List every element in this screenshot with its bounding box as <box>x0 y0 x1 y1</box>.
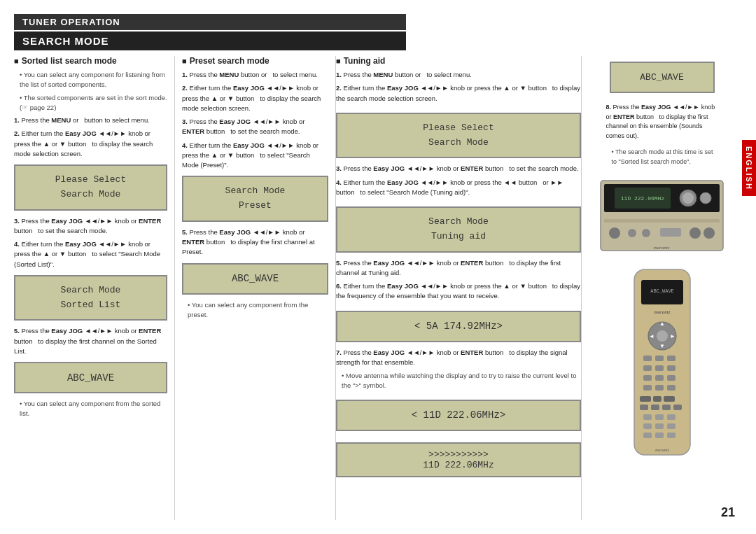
svg-rect-26 <box>655 356 664 361</box>
tuning-step-1: 1. Press the MENU button or to select me… <box>336 70 581 80</box>
svg-rect-35 <box>655 385 664 391</box>
svg-rect-52 <box>667 433 676 438</box>
sorted-list-section: Sorted list search mode You can select a… <box>14 56 175 520</box>
search-mode-header: SEARCH MODE <box>14 31 406 50</box>
tuning-step8-bullet: The search mode at this time is set to "… <box>606 148 718 167</box>
svg-rect-11 <box>660 228 681 237</box>
svg-rect-7 <box>604 219 720 223</box>
lcd-tuning-5-line1: < 11D 222.06MHz> <box>412 409 505 421</box>
receiver-image: 11D 222.06MHz marantz <box>597 174 727 258</box>
lcd-tuning-1: Please Select Search Mode <box>336 113 581 159</box>
preset-step-4: 4. Either turn the Easy JOG ◄◄/►► knob o… <box>182 141 328 171</box>
lcd-preset-1-line2: Preset <box>239 199 272 213</box>
svg-rect-32 <box>655 375 664 381</box>
lcd-tuning-signal: >>>>>>>>>>> 11D 222.06MHz <box>336 442 581 477</box>
svg-rect-46 <box>667 414 676 420</box>
svg-point-5 <box>682 192 694 204</box>
svg-rect-31 <box>643 375 652 381</box>
lcd-preset-2: ABC_WAVE <box>182 263 328 295</box>
tuning-step-7: 7. Press the Easy JOG ◄◄/►► knob or ENTE… <box>336 348 581 368</box>
preset-step-5: 5. Press the Easy JOG ◄◄/►► knob or ENTE… <box>182 227 328 258</box>
lcd-tuning-4: < 5A 174.92MHz> <box>336 311 581 342</box>
svg-rect-39 <box>664 396 675 402</box>
tuner-operation-banner: TUNER OPERATION <box>14 14 406 30</box>
svg-rect-37 <box>640 396 651 402</box>
svg-point-9 <box>628 229 636 237</box>
svg-point-6 <box>700 192 711 204</box>
preset-bullet-bottom: You can select any component from the pr… <box>182 300 328 321</box>
lcd-sorted-3-line1: ABC_WAVE <box>67 372 114 384</box>
lcd-signal-line2: 11D 222.06MHz <box>423 460 493 470</box>
svg-point-8 <box>609 227 620 239</box>
svg-rect-38 <box>653 396 662 402</box>
svg-rect-44 <box>643 414 652 420</box>
svg-rect-30 <box>667 365 676 371</box>
svg-text:▼: ▼ <box>659 343 665 349</box>
svg-rect-48 <box>655 423 664 429</box>
lcd-tuning-4-line1: < 5A 174.92MHz> <box>414 321 503 332</box>
svg-text:11D 222.06MHz: 11D 222.06MHz <box>621 195 665 202</box>
sorted-step-4: 4. Either turn the Easy JOG ◄◄/►► knob o… <box>14 239 167 269</box>
preset-step-3: 3. Press the Easy JOG ◄◄/►► knob or ENTE… <box>182 117 328 137</box>
svg-point-12 <box>690 227 701 239</box>
preset-title: Preset search mode <box>182 56 328 66</box>
svg-rect-25 <box>643 356 652 361</box>
tuning-step-3: 3. Press the Easy JOG ◄◄/►► knob or ENTE… <box>336 164 581 174</box>
lcd-tuning-3-line1: Search Mode <box>428 215 489 230</box>
svg-text:marantz: marantz <box>654 245 670 251</box>
svg-point-20 <box>657 330 668 342</box>
lcd-sorted-1-line1: Please Select <box>55 173 126 188</box>
svg-text:marantz: marantz <box>654 309 670 315</box>
lcd-sorted-1-line2: Search Mode <box>61 188 121 202</box>
far-right-panel: ABC_WAVE 8. Press the Easy JOG ◄◄/►► kno… <box>581 56 735 520</box>
svg-rect-42 <box>662 405 671 410</box>
lcd-sorted-2: Search Mode Sorted List <box>14 275 167 321</box>
svg-point-10 <box>642 229 650 237</box>
sorted-step-3: 3. Press the Easy JOG ◄◄/►► knob or ENTE… <box>14 216 167 237</box>
lcd-sorted-2-line1: Search Mode <box>61 283 121 298</box>
lcd-sorted-2-line2: Sorted List <box>61 298 121 313</box>
tuning-step-4: 4. Either turn the Easy JOG ◄◄/►► knob o… <box>336 178 581 198</box>
lcd-tuning-5: < 11D 222.06MHz> <box>336 400 581 431</box>
lcd-preset-1-line1: Search Mode <box>225 184 286 199</box>
lcd-tuning-3-line2: Tuning aid <box>431 230 486 244</box>
svg-text:►: ► <box>670 333 676 339</box>
svg-rect-29 <box>655 365 664 371</box>
lcd-signal-line1: >>>>>>>>>>> <box>428 449 489 460</box>
svg-text:◄: ◄ <box>649 333 654 339</box>
preset-step-2: 2. Either turn the Easy JOG ◄◄/►► knob o… <box>182 83 328 113</box>
lcd-far-right-top: ABC_WAVE <box>610 62 715 93</box>
svg-rect-41 <box>651 405 659 410</box>
svg-text:▲: ▲ <box>659 321 665 327</box>
svg-text:ABC_WAVE: ABC_WAVE <box>650 288 674 294</box>
language-tab: ENGLISH <box>742 140 756 196</box>
page-number: 21 <box>721 505 735 520</box>
svg-text:marantz: marantz <box>655 448 669 452</box>
svg-rect-40 <box>640 405 648 410</box>
svg-rect-27 <box>667 356 676 361</box>
tuning-step-2: 2. Either turn the Easy JOG ◄◄/►► knob o… <box>336 83 581 104</box>
lcd-far-top-line1: ABC_WAVE <box>640 72 683 83</box>
tuning-aid-title: Tuning aid <box>336 56 581 66</box>
svg-rect-33 <box>667 375 676 381</box>
svg-rect-50 <box>643 433 652 438</box>
lcd-tuning-1-line2: Search Mode <box>428 136 489 150</box>
svg-rect-49 <box>667 423 676 429</box>
sorted-list-title: Sorted list search mode <box>14 56 167 66</box>
remote-image: ABC_WAVE marantz ▲ ▼ ◄ ► <box>617 266 708 462</box>
svg-rect-51 <box>655 433 664 438</box>
lcd-preset-1: Search Mode Preset <box>182 176 328 222</box>
lcd-tuning-1-line1: Please Select <box>423 121 493 136</box>
svg-rect-36 <box>667 385 676 391</box>
tuning-bullet-signal: Move antenna while watching the display … <box>336 371 581 391</box>
svg-rect-34 <box>643 385 652 391</box>
sorted-bullet-bottom: You can select any component from the so… <box>14 399 167 419</box>
lcd-tuning-3: Search Mode Tuning aid <box>336 206 581 253</box>
sorted-step-2: 2. Either turn the Easy JOG ◄◄/►► knob o… <box>14 129 167 159</box>
lcd-sorted-1: Please Select Search Mode <box>14 164 167 211</box>
tuning-step-8: 8. Press the Easy JOG ◄◄/►► knob or ENTE… <box>606 103 718 141</box>
tuning-step-6: 6. Either turn the Easy JOG ◄◄/►► knob o… <box>336 281 581 302</box>
svg-point-13 <box>704 227 715 239</box>
sorted-bullet-2: The sorted components are set in the sor… <box>14 93 167 113</box>
preset-search-section: Preset search mode 1. Press the MENU but… <box>175 56 336 520</box>
